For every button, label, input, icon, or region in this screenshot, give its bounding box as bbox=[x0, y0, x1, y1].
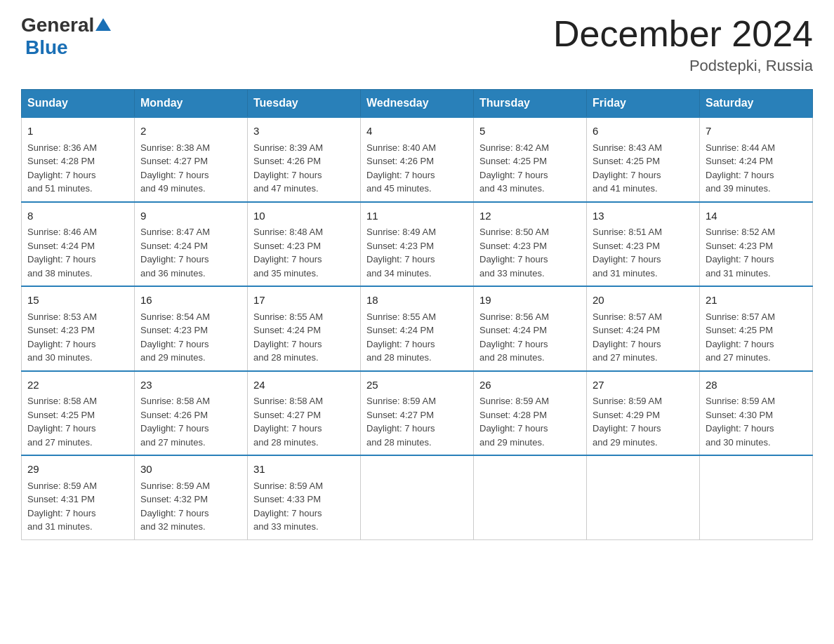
calendar-day-9: 9Sunrise: 8:47 AM Sunset: 4:24 PM Daylig… bbox=[135, 202, 248, 287]
day-info: Sunrise: 8:46 AM Sunset: 4:24 PM Dayligh… bbox=[27, 225, 128, 280]
calendar-week-row: 8Sunrise: 8:46 AM Sunset: 4:24 PM Daylig… bbox=[22, 202, 813, 287]
day-info: Sunrise: 8:59 AM Sunset: 4:29 PM Dayligh… bbox=[593, 394, 694, 449]
day-number: 4 bbox=[366, 123, 468, 140]
day-number: 29 bbox=[27, 462, 128, 478]
day-number: 13 bbox=[593, 208, 694, 224]
day-info: Sunrise: 8:48 AM Sunset: 4:23 PM Dayligh… bbox=[253, 225, 355, 280]
calendar-day-20: 20Sunrise: 8:57 AM Sunset: 4:24 PM Dayli… bbox=[587, 286, 700, 371]
calendar-week-row: 29Sunrise: 8:59 AM Sunset: 4:31 PM Dayli… bbox=[22, 455, 813, 539]
calendar-day-4: 4Sunrise: 8:40 AM Sunset: 4:26 PM Daylig… bbox=[361, 117, 474, 202]
day-number: 27 bbox=[593, 377, 694, 394]
day-number: 16 bbox=[140, 293, 241, 309]
day-number: 28 bbox=[706, 377, 807, 394]
day-info: Sunrise: 8:55 AM Sunset: 4:24 PM Dayligh… bbox=[366, 310, 468, 365]
calendar-day-12: 12Sunrise: 8:50 AM Sunset: 4:23 PM Dayli… bbox=[474, 202, 587, 287]
day-info: Sunrise: 8:51 AM Sunset: 4:23 PM Dayligh… bbox=[593, 225, 694, 280]
day-number: 20 bbox=[593, 293, 694, 309]
calendar-day-1: 1Sunrise: 8:36 AM Sunset: 4:28 PM Daylig… bbox=[22, 117, 135, 202]
calendar-day-15: 15Sunrise: 8:53 AM Sunset: 4:23 PM Dayli… bbox=[22, 286, 135, 371]
calendar-day-11: 11Sunrise: 8:49 AM Sunset: 4:23 PM Dayli… bbox=[361, 202, 474, 287]
calendar-day-empty bbox=[474, 455, 587, 539]
day-number: 26 bbox=[479, 377, 581, 394]
day-number: 9 bbox=[140, 208, 241, 224]
logo-blue-text: Blue bbox=[25, 36, 68, 58]
day-number: 7 bbox=[706, 123, 807, 140]
calendar-week-row: 22Sunrise: 8:58 AM Sunset: 4:25 PM Dayli… bbox=[22, 371, 813, 456]
day-info: Sunrise: 8:36 AM Sunset: 4:28 PM Dayligh… bbox=[27, 141, 128, 196]
day-number: 24 bbox=[253, 377, 355, 394]
day-info: Sunrise: 8:43 AM Sunset: 4:25 PM Dayligh… bbox=[593, 141, 694, 196]
calendar-day-3: 3Sunrise: 8:39 AM Sunset: 4:26 PM Daylig… bbox=[248, 117, 361, 202]
day-number: 8 bbox=[27, 208, 128, 224]
calendar-day-5: 5Sunrise: 8:42 AM Sunset: 4:25 PM Daylig… bbox=[474, 117, 587, 202]
header-tuesday: Tuesday bbox=[248, 90, 361, 118]
logo: General Blue bbox=[21, 14, 111, 59]
day-info: Sunrise: 8:55 AM Sunset: 4:24 PM Dayligh… bbox=[253, 310, 355, 365]
day-number: 12 bbox=[479, 208, 581, 224]
day-info: Sunrise: 8:47 AM Sunset: 4:24 PM Dayligh… bbox=[140, 225, 241, 280]
calendar-day-2: 2Sunrise: 8:38 AM Sunset: 4:27 PM Daylig… bbox=[135, 117, 248, 202]
calendar-day-19: 19Sunrise: 8:56 AM Sunset: 4:24 PM Dayli… bbox=[474, 286, 587, 371]
day-info: Sunrise: 8:58 AM Sunset: 4:27 PM Dayligh… bbox=[253, 394, 355, 449]
header-friday: Friday bbox=[587, 90, 700, 118]
day-info: Sunrise: 8:59 AM Sunset: 4:27 PM Dayligh… bbox=[366, 394, 468, 449]
calendar-day-27: 27Sunrise: 8:59 AM Sunset: 4:29 PM Dayli… bbox=[587, 371, 700, 456]
day-number: 14 bbox=[706, 208, 807, 224]
header-saturday: Saturday bbox=[700, 90, 813, 118]
page-header: General Blue December 2024 Podstepki, Ru… bbox=[21, 14, 813, 75]
day-info: Sunrise: 8:49 AM Sunset: 4:23 PM Dayligh… bbox=[366, 225, 468, 280]
calendar-day-13: 13Sunrise: 8:51 AM Sunset: 4:23 PM Dayli… bbox=[587, 202, 700, 287]
calendar-day-28: 28Sunrise: 8:59 AM Sunset: 4:30 PM Dayli… bbox=[700, 371, 813, 456]
day-number: 3 bbox=[253, 123, 355, 140]
day-number: 15 bbox=[27, 293, 128, 309]
day-number: 22 bbox=[27, 377, 128, 394]
header-monday: Monday bbox=[135, 90, 248, 118]
day-number: 18 bbox=[366, 293, 468, 309]
day-number: 17 bbox=[253, 293, 355, 309]
day-number: 10 bbox=[253, 208, 355, 224]
day-info: Sunrise: 8:40 AM Sunset: 4:26 PM Dayligh… bbox=[366, 141, 468, 196]
day-info: Sunrise: 8:59 AM Sunset: 4:32 PM Dayligh… bbox=[140, 479, 241, 534]
calendar-day-29: 29Sunrise: 8:59 AM Sunset: 4:31 PM Dayli… bbox=[22, 455, 135, 539]
calendar-day-17: 17Sunrise: 8:55 AM Sunset: 4:24 PM Dayli… bbox=[248, 286, 361, 371]
day-info: Sunrise: 8:59 AM Sunset: 4:28 PM Dayligh… bbox=[479, 394, 581, 449]
day-info: Sunrise: 8:54 AM Sunset: 4:23 PM Dayligh… bbox=[140, 310, 241, 365]
header-wednesday: Wednesday bbox=[361, 90, 474, 118]
header-thursday: Thursday bbox=[474, 90, 587, 118]
calendar-day-16: 16Sunrise: 8:54 AM Sunset: 4:23 PM Dayli… bbox=[135, 286, 248, 371]
calendar-day-31: 31Sunrise: 8:59 AM Sunset: 4:33 PM Dayli… bbox=[248, 455, 361, 539]
calendar-day-empty bbox=[700, 455, 813, 539]
calendar-day-empty bbox=[361, 455, 474, 539]
calendar-day-21: 21Sunrise: 8:57 AM Sunset: 4:25 PM Dayli… bbox=[700, 286, 813, 371]
day-info: Sunrise: 8:57 AM Sunset: 4:24 PM Dayligh… bbox=[593, 310, 694, 365]
day-info: Sunrise: 8:57 AM Sunset: 4:25 PM Dayligh… bbox=[706, 310, 807, 365]
calendar-day-30: 30Sunrise: 8:59 AM Sunset: 4:32 PM Dayli… bbox=[135, 455, 248, 539]
day-info: Sunrise: 8:39 AM Sunset: 4:26 PM Dayligh… bbox=[253, 141, 355, 196]
day-info: Sunrise: 8:59 AM Sunset: 4:30 PM Dayligh… bbox=[706, 394, 807, 449]
day-number: 2 bbox=[140, 123, 241, 140]
svg-marker-0 bbox=[95, 18, 111, 31]
logo-general-text: General bbox=[21, 14, 94, 36]
calendar-day-empty bbox=[587, 455, 700, 539]
day-number: 23 bbox=[140, 377, 241, 394]
day-number: 6 bbox=[593, 123, 694, 140]
day-info: Sunrise: 8:53 AM Sunset: 4:23 PM Dayligh… bbox=[27, 310, 128, 365]
calendar-day-8: 8Sunrise: 8:46 AM Sunset: 4:24 PM Daylig… bbox=[22, 202, 135, 287]
calendar-day-7: 7Sunrise: 8:44 AM Sunset: 4:24 PM Daylig… bbox=[700, 117, 813, 202]
day-info: Sunrise: 8:58 AM Sunset: 4:26 PM Dayligh… bbox=[140, 394, 241, 449]
day-number: 21 bbox=[706, 293, 807, 309]
day-number: 25 bbox=[366, 377, 468, 394]
calendar-day-24: 24Sunrise: 8:58 AM Sunset: 4:27 PM Dayli… bbox=[248, 371, 361, 456]
day-info: Sunrise: 8:42 AM Sunset: 4:25 PM Dayligh… bbox=[479, 141, 581, 196]
title-section: December 2024 Podstepki, Russia bbox=[553, 14, 813, 75]
day-info: Sunrise: 8:50 AM Sunset: 4:23 PM Dayligh… bbox=[479, 225, 581, 280]
day-number: 19 bbox=[479, 293, 581, 309]
calendar-table: SundayMondayTuesdayWednesdayThursdayFrid… bbox=[21, 89, 813, 540]
calendar-day-25: 25Sunrise: 8:59 AM Sunset: 4:27 PM Dayli… bbox=[361, 371, 474, 456]
month-title: December 2024 bbox=[553, 14, 813, 54]
calendar-day-22: 22Sunrise: 8:58 AM Sunset: 4:25 PM Dayli… bbox=[22, 371, 135, 456]
logo-triangle-icon bbox=[95, 18, 111, 34]
calendar-day-23: 23Sunrise: 8:58 AM Sunset: 4:26 PM Dayli… bbox=[135, 371, 248, 456]
day-info: Sunrise: 8:52 AM Sunset: 4:23 PM Dayligh… bbox=[706, 225, 807, 280]
day-number: 30 bbox=[140, 462, 241, 478]
